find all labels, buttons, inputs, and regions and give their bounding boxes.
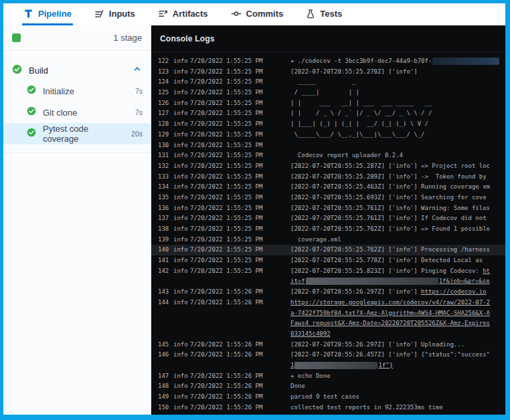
log-row[interactable]: 142info7/20/2022 1:55:25 PM[2022-07-20T2…	[151, 266, 505, 277]
log-row[interactable]: 144info7/20/2022 1:55:26 PMhttps://stora…	[151, 298, 505, 308]
log-message: coverage.xml	[290, 235, 505, 245]
redacted-secret-block	[294, 362, 377, 369]
log-line-number: 133	[158, 172, 173, 183]
log-row[interactable]: 130info7/20/2022 1:55:25 PM	[151, 140, 505, 151]
log-timestamp: 7/20/2022 1:55:25 PM	[190, 98, 290, 109]
log-row-wrap[interactable]: a-7422f759bf84.txt?X-Amz-Algorithm=AWS4-…	[151, 308, 505, 319]
log-row[interactable]: 149info7/20/2022 1:55:26 PMparsed 9 test…	[151, 392, 505, 403]
log-row-wrap[interactable]: Faws4_request&X-Amz-Date=20220720T205526…	[151, 318, 505, 329]
step-label: Git clone	[43, 108, 77, 118]
log-row[interactable]: 146info7/20/2022 1:55:26 PM[2022-07-20T2…	[151, 350, 505, 360]
log-level: info	[173, 371, 190, 382]
log-row[interactable]: 147info7/20/2022 1:55:26 PM+ echo Done	[151, 371, 505, 382]
console-logs-title: Console Logs	[160, 34, 215, 43]
log-row[interactable]: 135info7/20/2022 1:55:25 PM[2022-07-20T2…	[151, 193, 505, 203]
log-row[interactable]: 140info7/20/2022 1:55:25 PM[2022-07-20T2…	[151, 245, 505, 255]
log-row[interactable]: 123info7/20/2022 1:55:25 PM[2022-07-20T2…	[151, 67, 505, 78]
log-text: [2022-07-20T20:55:25.693Z] ['info'] Sear…	[290, 194, 487, 201]
log-row[interactable]: 150info7/20/2022 1:55:26 PMcollected tes…	[151, 403, 505, 413]
log-row[interactable]: 133info7/20/2022 1:55:25 PM[2022-07-20T2…	[151, 172, 505, 183]
log-row[interactable]: 145info7/20/2022 1:55:26 PM[2022-07-20T2…	[151, 340, 505, 350]
log-timestamp: 7/20/2022 1:55:26 PM	[190, 403, 290, 413]
check-circle-icon	[27, 106, 36, 118]
tab-artifacts[interactable]: Artifacts	[157, 3, 209, 25]
log-message: + ./codecov -t 3bcc3b9f-dec7-44a9-b70f-	[290, 56, 505, 67]
log-row[interactable]: 128info7/20/2022 1:55:25 PM| |___| (_) |…	[151, 119, 505, 130]
log-level: info	[173, 119, 190, 130]
log-row-wrap[interactable]: 11f"}	[151, 360, 505, 371]
log-link[interactable]: 1f&job=&pr=&se	[439, 278, 490, 284]
log-row[interactable]: 124info7/20/2022 1:55:25 PM _____ _	[151, 77, 505, 88]
log-link[interactable]: https://codecov.io	[421, 288, 487, 295]
log-timestamp: 7/20/2022 1:55:25 PM	[190, 88, 290, 98]
log-message: | | / _ \ / _` |/ _ \/ __/ _ \ \ / /	[290, 108, 505, 119]
build-group-label: Build	[29, 66, 126, 76]
log-level: info	[173, 193, 190, 203]
step-row-pytest-code-coverage[interactable]: Pytest code coverage20s	[3, 123, 151, 144]
log-link[interactable]: 033145c4092	[290, 330, 331, 337]
step-row-initialize[interactable]: Initialize7s	[3, 80, 151, 102]
build-group-row[interactable]: Build	[3, 60, 151, 80]
tab-bar: PipelineInputsArtifactsCommitsTests	[3, 3, 505, 25]
log-row[interactable]: 134info7/20/2022 1:55:25 PM[2022-07-20T2…	[151, 182, 505, 193]
log-text: | | ___ __| | ___ ___ _____ __	[290, 100, 432, 106]
log-row[interactable]: 131info7/20/2022 1:55:25 PM Codecov repo…	[151, 150, 505, 161]
log-level: info	[173, 98, 190, 109]
log-level: info	[173, 403, 190, 413]
tab-pipeline[interactable]: Pipeline	[22, 3, 73, 25]
log-timestamp: 7/20/2022 1:55:25 PM	[190, 203, 290, 214]
stage-summary-bar: 1 stage	[3, 25, 151, 51]
log-timestamp	[190, 318, 290, 329]
tab-inputs[interactable]: Inputs	[93, 3, 137, 25]
log-line-number: 126	[158, 98, 173, 109]
log-timestamp: 7/20/2022 1:55:26 PM	[190, 350, 290, 360]
log-timestamp: 7/20/2022 1:55:26 PM	[190, 340, 290, 350]
log-row[interactable]: 127info7/20/2022 1:55:25 PM| | / _ \ / _…	[151, 108, 505, 119]
step-list: Initialize7sGit clone7sPytest code cover…	[3, 80, 151, 144]
log-row[interactable]: 132info7/20/2022 1:55:25 PM[2022-07-20T2…	[151, 161, 505, 172]
log-link[interactable]: a-7422f759bf84.txt?X-Amz-Algorithm=AWS4-…	[290, 310, 490, 316]
log-link[interactable]: 1f"}	[378, 362, 393, 369]
log-row[interactable]: 136info7/20/2022 1:55:25 PM[2022-07-20T2…	[151, 203, 505, 214]
log-timestamp: 7/20/2022 1:55:25 PM	[190, 108, 290, 119]
log-row[interactable]: 141info7/20/2022 1:55:25 PM[2022-07-20T2…	[151, 255, 505, 266]
step-row-git-clone[interactable]: Git clone7s	[3, 102, 151, 123]
tab-tests[interactable]: Tests	[305, 3, 343, 25]
log-level: info	[173, 88, 190, 98]
log-link[interactable]: https://storage.googleapis.com/codecov/v…	[290, 299, 490, 306]
log-row[interactable]: 139info7/20/2022 1:55:25 PM coverage.xml	[151, 235, 505, 245]
log-line-number: 136	[158, 203, 173, 214]
check-circle-icon	[12, 64, 22, 77]
tab-commits[interactable]: Commits	[230, 3, 285, 25]
log-timestamp: 7/20/2022 1:55:25 PM	[190, 67, 290, 78]
log-timestamp: 7/20/2022 1:55:25 PM	[190, 77, 290, 88]
log-row[interactable]: 143info7/20/2022 1:55:26 PM[2022-07-20T2…	[151, 287, 505, 298]
log-text: [2022-07-20T20:55:26.457Z] ['info'] {"st…	[290, 351, 490, 358]
log-link[interactable]: 1	[290, 362, 294, 369]
log-row[interactable]: 126info7/20/2022 1:55:25 PM| | ___ __| |…	[151, 98, 505, 109]
log-level: info	[173, 130, 190, 140]
log-row-wrap[interactable]: it=f1f&job=&pr=&se	[151, 276, 505, 287]
log-row[interactable]: 125info7/20/2022 1:55:25 PM / ____| | |	[151, 88, 505, 98]
log-timestamp: 7/20/2022 1:55:26 PM	[190, 371, 290, 382]
console-log-area[interactable]: 122info7/20/2022 1:55:25 PM+ ./codecov -…	[151, 52, 505, 415]
log-timestamp	[190, 360, 290, 371]
log-row[interactable]: 148info7/20/2022 1:55:26 PMDone	[151, 381, 505, 392]
log-text: [2022-07-20T20:55:25.463Z] ['info'] Runn…	[290, 183, 490, 190]
log-link[interactable]: ht	[483, 268, 490, 274]
log-text: [2022-07-20T20:55:25.289Z] ['info'] -> T…	[290, 173, 487, 180]
log-row-wrap[interactable]: 033145c4092	[151, 329, 505, 340]
chevron-up-icon[interactable]	[133, 64, 142, 76]
log-level: info	[173, 392, 190, 403]
log-row[interactable]: 138info7/20/2022 1:55:25 PM[2022-07-20T2…	[151, 224, 505, 235]
log-line-number	[158, 308, 173, 319]
log-row[interactable]: 129info7/20/2022 1:55:25 PM \_____\___/ …	[151, 130, 505, 140]
log-message: https://storage.googleapis.com/codecov/v…	[290, 298, 505, 308]
console-header: Console Logs	[151, 25, 505, 52]
log-link[interactable]: it=f	[290, 278, 305, 284]
log-message: [2022-07-20T20:55:25.778Z] ['info'] Dete…	[290, 255, 505, 266]
pipeline-icon	[23, 9, 33, 19]
log-link[interactable]: Faws4_request&X-Amz-Date=20220720T205526…	[290, 320, 490, 326]
log-row[interactable]: 122info7/20/2022 1:55:25 PM+ ./codecov -…	[151, 56, 505, 67]
log-row[interactable]: 137info7/20/2022 1:55:25 PM[2022-07-20T2…	[151, 213, 505, 224]
